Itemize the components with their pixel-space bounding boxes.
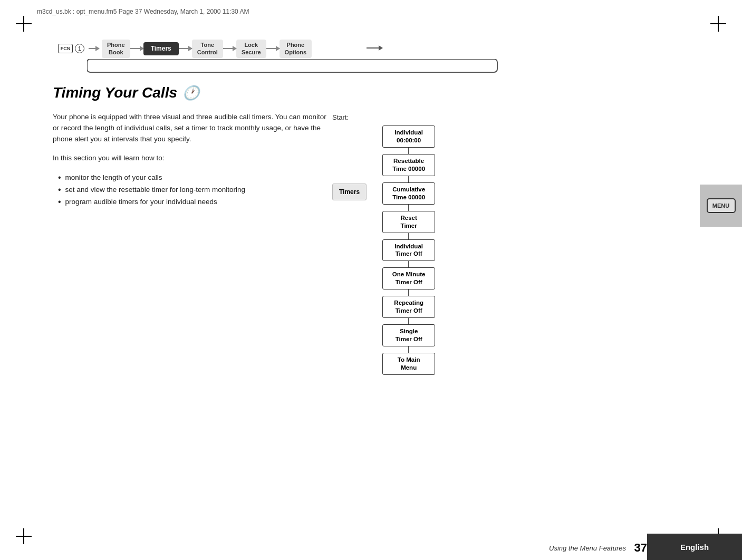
menu-item-individual-time: Individual00:00:00 [382, 125, 435, 148]
nav-icons: FCN 1 [58, 44, 84, 53]
menu-item-to-main-menu: To MainMenu [382, 353, 435, 375]
diagram-area: Start: Timers Individual00:00:00 Resetta… [332, 113, 435, 375]
menu-item-cumulative-time: CumulativeTime 00000 [382, 182, 435, 205]
menu-item-one-minute-timer-off: One MinuteTimer Off [382, 267, 435, 289]
svg-rect-0 [87, 59, 497, 72]
connector-6 [408, 289, 409, 296]
corner-mark-bl [16, 528, 32, 544]
one-icon: 1 [75, 44, 84, 53]
file-info: m3cd_us.bk : opt_menu.fm5 Page 37 Wednes… [37, 8, 705, 15]
main-content: Timing Your Calls 🕐 Your phone is equipp… [53, 84, 327, 208]
section-header: In this section you will learn how to: [53, 153, 327, 164]
nav-item-timers[interactable]: Timers [143, 42, 179, 56]
timers-box: Timers [332, 184, 367, 200]
diagram-container: Timers Individual00:00:00 ResettableTime… [332, 125, 435, 375]
bullet-item-1: monitor the length of your calls [58, 172, 327, 184]
menu-item-resettable-time: ResettableTime 00000 [382, 154, 435, 176]
connector-5 [408, 261, 409, 267]
connector-4 [408, 233, 409, 239]
arrow-to-phonebook [89, 48, 99, 49]
corner-mark-tl [16, 16, 32, 32]
arrow-1 [130, 48, 143, 49]
nav-item-tone-control[interactable]: ToneControl [192, 40, 223, 58]
bullet-item-2: set and view the resettable timer for lo… [58, 184, 327, 196]
bullet-list: monitor the length of your calls set and… [58, 172, 327, 208]
connector-8 [408, 346, 409, 353]
nav-item-lock-secure[interactable]: LockSecure [236, 40, 266, 58]
fcn-icon: FCN [58, 44, 73, 53]
menu-item-reset-timer: ResetTimer [382, 211, 435, 233]
connector-3 [408, 205, 409, 211]
footer-using-text: Using the Menu Features [549, 544, 626, 552]
connector-2 [408, 176, 409, 182]
start-label: Start: [332, 113, 435, 121]
intro-text: Your phone is equipped with three visual… [53, 112, 327, 145]
menu-button[interactable]: MENU [707, 198, 736, 213]
arrow-3 [223, 48, 236, 49]
menu-sidebar: MENU [700, 185, 742, 227]
nav-item-phone-book[interactable]: PhoneBook [102, 40, 130, 58]
connector-7 [408, 318, 409, 324]
nav-item-phone-options[interactable]: PhoneOptions [280, 40, 312, 58]
title-icon: 🕐 [182, 85, 199, 101]
footer-language-badge: English [647, 534, 742, 560]
h-arrow [367, 47, 382, 49]
bullet-item-3: program audible timers for your individu… [58, 196, 327, 208]
menu-item-repeating-timer-off: RepeatingTimer Off [382, 296, 435, 318]
footer-page-number: 37 [634, 541, 647, 555]
menu-item-individual-timer-off: IndividualTimer Off [382, 239, 435, 262]
page-title: Timing Your Calls 🕐 [53, 84, 327, 101]
menu-items-column: Individual00:00:00 ResettableTime 00000 … [382, 125, 435, 375]
arrow-2 [179, 48, 192, 49]
nav-bracket-svg [87, 59, 498, 75]
connector-1 [408, 148, 409, 154]
menu-item-single-timer-off: SingleTimer Off [382, 324, 435, 346]
arrow-4 [266, 48, 280, 49]
footer-language-text: English [680, 543, 709, 552]
corner-mark-tr [710, 16, 726, 32]
